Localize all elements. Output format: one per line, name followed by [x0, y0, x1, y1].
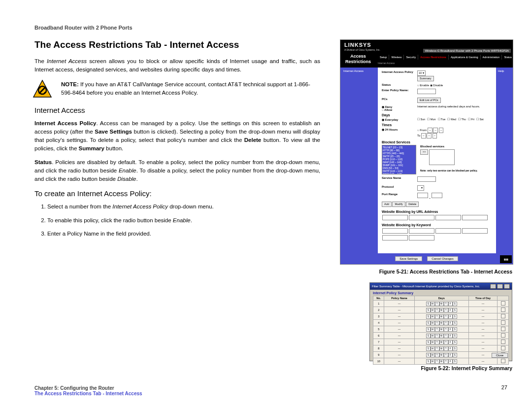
steps-list: Select a number from the Internet Access… [34, 203, 320, 238]
svg-point-2 [39, 87, 41, 88]
linksys-tagline: A Division of Cisco Systems, Inc. [344, 48, 380, 51]
product-header: Broadband Router with 2 Phone Ports [34, 25, 507, 31]
summary-button[interactable]: Summary [417, 76, 434, 81]
24hours-radio[interactable]: 24 Hours [382, 128, 398, 131]
table-row: 9---SMTWTFS--- [373, 352, 509, 358]
internet-access-heading: Internet Access [34, 106, 320, 114]
cancel-changes-button[interactable]: Cancel Changes [427, 256, 458, 261]
days-checkboxes[interactable]: SunMonTueWed ThuFriSat [417, 118, 484, 121]
page-number: 27 [501, 384, 507, 390]
close-button[interactable]: Close [492, 353, 508, 358]
policy-select[interactable]: 10 ▾ [417, 70, 426, 76]
footer-chapter: Chapter 5: Configuring the Router [34, 385, 507, 391]
summary-heading: Internet Policy Summary [370, 290, 512, 296]
from-radio[interactable]: From [417, 129, 427, 132]
table-row: 6---SMTWTFS--- [373, 333, 509, 339]
figure-router-screenshot: LINKSYS A Division of Cisco Systems, Inc… [340, 39, 513, 265]
selected-services-list[interactable] [429, 149, 455, 165]
figure-1-caption: Figure 5-21: Access Restrictions Tab - I… [340, 269, 512, 274]
step-2: To enable this policy, click the radio b… [47, 216, 320, 225]
policy-name-input[interactable] [417, 89, 436, 94]
blocked-services-list[interactable]: TELNET [23 ~ 23]HTTP [80 ~ 80]HTTPS [443… [382, 145, 416, 174]
page-footer: 27 Chapter 5: Configuring the Router The… [34, 385, 507, 396]
status-text: Status. Policies are disabled by default… [34, 158, 320, 184]
keyword-input[interactable] [382, 228, 408, 234]
tab-access-restrictions[interactable]: Access Restrictions [418, 55, 449, 60]
step-1: Select a number from the Internet Access… [47, 203, 320, 211]
note-text: NOTE: If you have an AT&T CallVantage Se… [61, 79, 320, 98]
table-row: 1---SMTWTFS--- [373, 301, 509, 307]
tab-status[interactable]: Status [502, 55, 513, 60]
tab-applications[interactable]: Applications & Gaming [449, 55, 481, 60]
tab-setup[interactable]: Setup [378, 55, 389, 60]
summary-table: No.Policy NameDaysTime of Day 1---SMTWTF… [373, 296, 509, 365]
everyday-radio[interactable]: Everyday [382, 118, 398, 121]
figure-summary-screenshot: Filter Summary Table - Microsoft Interne… [369, 282, 512, 361]
table-row: 5---SMTWTFS--- [373, 326, 509, 333]
model-label: Wireless-G Broadband Router with 2 Phone… [423, 49, 511, 53]
modify-button[interactable]: Modify [392, 202, 405, 207]
note-block: NOTE: If you have an AT&T CallVantage Se… [34, 79, 320, 99]
footer-section: The Access Restrictions Tab - Internet A… [34, 391, 507, 396]
tab-wireless[interactable]: Wireless [389, 55, 404, 60]
table-row: 7---SMTWTFS--- [373, 339, 509, 345]
table-row: 10---SMTWTFS--- [373, 358, 509, 365]
intro-text: The Internet Access screen allows you to… [34, 57, 320, 74]
enable-radio[interactable]: Enable [417, 84, 429, 87]
tab-security[interactable]: Security [404, 55, 418, 60]
router-content: Internet Access Policy 10 ▾ Summary Stat… [378, 68, 496, 253]
save-settings-button[interactable]: Save Settings [395, 256, 422, 261]
allow-radio[interactable]: Allow [382, 108, 392, 111]
protocol-select[interactable]: ▾ [417, 185, 424, 191]
router-footer: Save Settings Cancel Changes ▮▮▮ [340, 253, 513, 264]
cisco-logo-icon: ▮▮▮ [500, 255, 512, 263]
delete-button[interactable]: Delete [406, 202, 419, 207]
help-strip: Help [496, 68, 513, 253]
port-from-input[interactable] [417, 193, 428, 198]
table-row: 2---SMTWTFS--- [373, 307, 509, 313]
page-title: The Access Restrictions Tab - Internet A… [34, 39, 320, 50]
step-3: Enter a Policy Name in the field provide… [47, 230, 320, 238]
service-name-input[interactable] [417, 176, 436, 182]
disable-radio[interactable]: Disable [430, 84, 443, 87]
svg-point-3 [44, 92, 46, 93]
create-policy-heading: To create an Internet Access Policy: [34, 189, 320, 198]
linksys-logo: LINKSYS [344, 42, 371, 48]
tab-administration[interactable]: Administration [481, 55, 502, 60]
section-tab-label: AccessRestrictions [345, 54, 371, 65]
add-button[interactable]: Add [382, 202, 392, 207]
edit-list-button[interactable]: Edit List of PCs [417, 98, 441, 103]
figure-2-caption: Figure 5-22: Internet Policy Summary [340, 365, 512, 371]
window-titlebar: Filter Summary Table - Microsoft Interne… [370, 283, 512, 290]
subnav[interactable]: Internet Access [378, 62, 395, 65]
window-controls[interactable] [490, 284, 510, 289]
move-right-button[interactable]: >> [420, 149, 428, 155]
nav-tabs: Setup Wireless Security Access Restricti… [378, 55, 513, 60]
url-input[interactable] [382, 215, 408, 220]
table-row: 3---SMTWTFS--- [373, 313, 509, 320]
warning-icon [33, 79, 52, 99]
left-strip: Internet Access [340, 68, 378, 253]
table-row: 4---SMTWTFS--- [373, 320, 509, 326]
table-row: 8---SMTWTFS--- [373, 345, 509, 352]
port-to-input[interactable] [432, 193, 442, 198]
internet-access-policy-text: Internet Access Policy. Access can be ma… [34, 119, 320, 153]
